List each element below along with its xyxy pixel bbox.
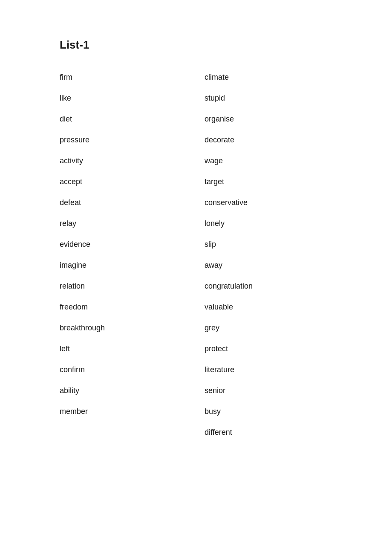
word-left-9: imagine: [60, 261, 205, 270]
word-row: relaylonely: [60, 213, 332, 234]
word-left-16: member: [60, 407, 205, 416]
word-row: different: [60, 422, 332, 443]
word-row: likestupid: [60, 88, 332, 109]
word-row: defeatconservative: [60, 192, 332, 213]
word-left-12: breakthrough: [60, 324, 205, 332]
word-row: firmclimate: [60, 67, 332, 88]
word-row: dietorganise: [60, 109, 332, 130]
word-right-1: stupid: [205, 94, 332, 103]
word-row: memberbusy: [60, 401, 332, 422]
word-row: evidenceslip: [60, 234, 332, 255]
word-row: breakthroughgrey: [60, 318, 332, 338]
word-right-16: busy: [205, 407, 332, 416]
word-right-14: literature: [205, 365, 332, 374]
word-right-4: wage: [205, 156, 332, 165]
word-left-15: ability: [60, 386, 205, 395]
word-row: freedomvaluable: [60, 297, 332, 318]
word-row: confirmliterature: [60, 359, 332, 380]
word-right-12: grey: [205, 324, 332, 332]
word-right-5: target: [205, 177, 332, 186]
word-right-3: decorate: [205, 136, 332, 145]
word-left-5: accept: [60, 177, 205, 186]
word-left-10: relation: [60, 282, 205, 291]
word-right-9: away: [205, 261, 332, 270]
word-right-0: climate: [205, 73, 332, 82]
word-left-13: left: [60, 344, 205, 353]
list-title: List-1: [60, 38, 332, 52]
word-left-3: pressure: [60, 136, 205, 145]
word-left-2: diet: [60, 115, 205, 124]
word-row: pressuredecorate: [60, 130, 332, 150]
word-right-13: protect: [205, 344, 332, 353]
word-left-4: activity: [60, 156, 205, 165]
word-left-7: relay: [60, 219, 205, 228]
word-right-7: lonely: [205, 219, 332, 228]
page-container: List-1 firmclimatelikestupiddietorganise…: [0, 0, 392, 481]
word-right-8: slip: [205, 240, 332, 249]
word-row: activitywage: [60, 150, 332, 171]
word-right-11: valuable: [205, 303, 332, 312]
word-row: relationcongratulation: [60, 276, 332, 297]
word-row: imagineaway: [60, 255, 332, 276]
word-right-10: congratulation: [205, 282, 332, 291]
word-list: firmclimatelikestupiddietorganisepressur…: [60, 67, 332, 443]
word-right-15: senior: [205, 386, 332, 395]
word-row: abilitysenior: [60, 380, 332, 401]
word-right-6: conservative: [205, 198, 332, 207]
word-row: leftprotect: [60, 338, 332, 359]
word-right-17: different: [205, 428, 332, 437]
word-left-0: firm: [60, 73, 205, 82]
word-row: accepttarget: [60, 171, 332, 192]
word-left-6: defeat: [60, 198, 205, 207]
word-left-11: freedom: [60, 303, 205, 312]
word-right-2: organise: [205, 115, 332, 124]
word-left-1: like: [60, 94, 205, 103]
word-left-8: evidence: [60, 240, 205, 249]
word-left-14: confirm: [60, 365, 205, 374]
